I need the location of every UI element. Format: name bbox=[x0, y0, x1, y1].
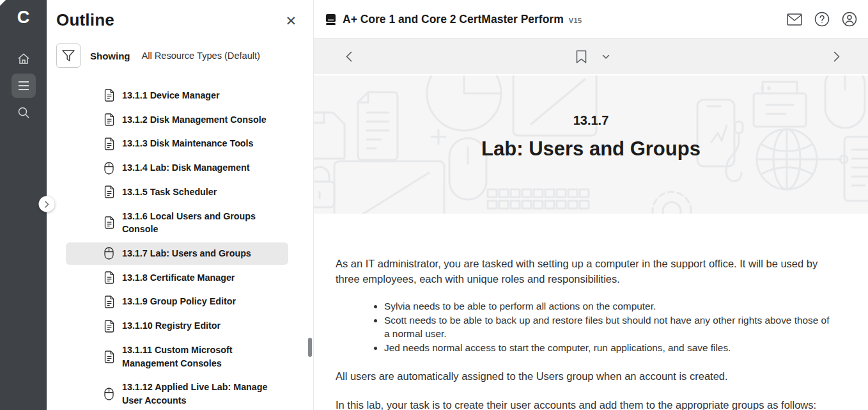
search-icon bbox=[17, 106, 30, 119]
home-icon bbox=[17, 52, 30, 65]
document-icon bbox=[104, 320, 114, 333]
corner-decoration bbox=[0, 0, 6, 6]
document-icon bbox=[104, 271, 114, 284]
lab-mouse-icon bbox=[104, 247, 114, 260]
course-version-badge: V15 bbox=[569, 17, 582, 24]
outline-list-item[interactable]: 13.1.10 Registry Editor bbox=[66, 315, 288, 337]
lesson-hero-banner: 13.1.7 Lab: Users and Groups bbox=[314, 75, 868, 214]
chevron-right-icon bbox=[44, 200, 49, 208]
note-paragraph: All users are automatically assigned to … bbox=[336, 368, 836, 384]
bookmark-menu-button[interactable] bbox=[602, 54, 610, 59]
document-icon bbox=[104, 216, 114, 229]
outline-list-item[interactable]: 13.1.8 Certificate Manager bbox=[66, 267, 288, 289]
document-icon bbox=[104, 89, 114, 102]
intro-paragraph: As an IT administrator, you are tasked w… bbox=[336, 256, 836, 287]
course-book-icon bbox=[325, 13, 337, 26]
app-window: C Outline ✕ bbox=[0, 0, 868, 410]
outline-item-label: 13.1.7 Lab: Users and Groups bbox=[122, 247, 275, 260]
help-button[interactable] bbox=[814, 11, 830, 28]
bullet-item: Jed needs normal access to start the com… bbox=[384, 341, 836, 354]
chevron-right-icon bbox=[833, 51, 840, 62]
outline-list-item[interactable]: 13.1.6 Local Users and Groups Console bbox=[66, 205, 288, 240]
outline-item-label: 13.1.4 Lab: Disk Management bbox=[122, 161, 275, 175]
bookmark-icon bbox=[576, 50, 587, 64]
close-outline-button[interactable]: ✕ bbox=[285, 13, 297, 29]
next-page-button[interactable] bbox=[833, 51, 840, 62]
mail-icon bbox=[787, 13, 802, 26]
outline-item-label: 13.1.10 Registry Editor bbox=[122, 319, 275, 333]
chevron-down-icon bbox=[602, 54, 610, 59]
outline-item-label: 13.1.1 Device Manager bbox=[122, 89, 275, 102]
outline-list-item[interactable]: 13.1.11 Custom Microsoft Management Cons… bbox=[66, 339, 288, 374]
task-paragraph: In this lab, your task is to create thei… bbox=[336, 397, 836, 410]
lab-mouse-icon bbox=[104, 162, 114, 175]
document-icon bbox=[104, 113, 114, 126]
filter-button[interactable] bbox=[56, 43, 81, 68]
account-button[interactable] bbox=[841, 11, 858, 28]
document-icon bbox=[104, 296, 114, 308]
home-button[interactable] bbox=[12, 47, 36, 71]
outline-item-label: 13.1.3 Disk Maintenance Tools bbox=[122, 137, 275, 150]
outline-item-label: 13.1.2 Disk Management Console bbox=[122, 113, 275, 127]
lab-mouse-icon bbox=[104, 388, 114, 400]
outline-list-item[interactable]: 13.1.9 Group Policy Editor bbox=[66, 290, 288, 313]
showing-label: Showing bbox=[90, 51, 130, 61]
bullet-item: Sylvia needs to be able to perform all a… bbox=[384, 299, 836, 313]
search-button[interactable] bbox=[12, 100, 36, 125]
course-title: A+ Core 1 and Core 2 CertMaster Perform bbox=[343, 13, 564, 26]
outline-title: Outline bbox=[56, 10, 114, 30]
requirements-list: Sylvia needs to be able to perform all a… bbox=[336, 299, 836, 354]
outline-list-item[interactable]: 13.1.4 Lab: Disk Management bbox=[66, 157, 288, 179]
outline-item-label: 13.1.8 Certificate Manager bbox=[122, 271, 275, 285]
outline-panel: Outline ✕ Showing All Resource Types (De… bbox=[47, 0, 314, 410]
outline-list-item[interactable]: 13.1.7 Lab: Users and Groups bbox=[66, 242, 288, 265]
outline-item-label: 13.1.11 Custom Microsoft Management Cons… bbox=[122, 343, 275, 370]
document-icon bbox=[104, 138, 114, 150]
menu-icon bbox=[18, 81, 29, 90]
main-area: A+ Core 1 and Core 2 CertMaster Perform … bbox=[314, 0, 868, 410]
outline-scrollbar-thumb[interactable] bbox=[308, 338, 312, 357]
lesson-content: As an IT administrator, you are tasked w… bbox=[314, 214, 868, 410]
outline-list-item[interactable]: 13.1.2 Disk Management Console bbox=[66, 109, 288, 131]
outline-item-label: 13.1.6 Local Users and Groups Console bbox=[122, 210, 275, 236]
document-icon bbox=[104, 351, 114, 363]
course-header: A+ Core 1 and Core 2 CertMaster Perform … bbox=[314, 0, 868, 39]
comptia-logo: C bbox=[17, 5, 30, 29]
outline-list-item[interactable]: 13.1.12 Applied Live Lab: Manage User Ac… bbox=[66, 376, 288, 410]
messages-button[interactable] bbox=[786, 11, 803, 28]
panel-collapse-toggle[interactable] bbox=[39, 196, 55, 212]
outline-list: 13.1.1 Device Manager 13.1.2 Disk Manage… bbox=[47, 84, 313, 410]
account-icon bbox=[842, 12, 857, 27]
outline-item-label: 13.1.5 Task Scheduler bbox=[122, 185, 275, 199]
lesson-nav-bar bbox=[314, 39, 868, 75]
outline-item-label: 13.1.9 Group Policy Editor bbox=[122, 295, 275, 308]
page-title: Lab: Users and Groups bbox=[481, 138, 701, 161]
filter-funnel-icon bbox=[62, 50, 75, 62]
help-icon bbox=[814, 12, 830, 27]
chevron-left-icon bbox=[346, 51, 352, 62]
document-icon bbox=[104, 185, 114, 198]
outline-item-label: 13.1.12 Applied Live Lab: Manage User Ac… bbox=[122, 381, 275, 407]
outline-menu-button[interactable] bbox=[12, 74, 36, 98]
section-number: 13.1.7 bbox=[573, 113, 609, 128]
bookmark-button[interactable] bbox=[576, 50, 587, 64]
outline-list-item[interactable]: 13.1.3 Disk Maintenance Tools bbox=[66, 132, 288, 155]
outline-list-item[interactable]: 13.1.1 Device Manager bbox=[66, 84, 288, 107]
filter-value: All Resource Types (Default) bbox=[142, 51, 260, 61]
bullet-item: Scott needs to be able to back up and re… bbox=[384, 313, 836, 340]
previous-page-button[interactable] bbox=[346, 51, 352, 62]
outline-list-item[interactable]: 13.1.5 Task Scheduler bbox=[66, 181, 288, 203]
